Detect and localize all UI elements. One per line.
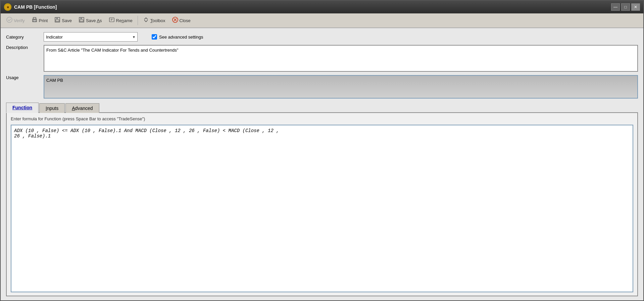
print-label: Print [39,18,48,23]
rename-icon [109,17,115,24]
toolbar: Verify Print Save Save As Rename [1,13,643,28]
title-bar-left: ★ CAM PB [Function] [4,3,57,11]
category-select-wrapper: Indicator Function Strategy ShowMe Paint… [44,32,138,42]
verify-label: Verify [14,18,25,23]
svg-rect-7 [56,17,58,19]
print-icon [32,17,38,24]
usage-label: Usage [6,75,40,80]
tab-function[interactable]: Function [6,103,39,113]
maximize-button[interactable]: □ [621,3,630,11]
description-row: Description [6,45,638,72]
toolbar-separator [138,16,138,25]
svg-rect-8 [56,20,59,21]
save-as-icon [79,17,85,24]
advanced-settings-label: See advanced settings [159,35,203,40]
save-as-button[interactable]: Save As [76,15,105,26]
rename-button[interactable]: Rename [106,15,136,26]
main-content: Category Indicator Function Strategy Sho… [1,28,643,300]
svg-rect-10 [80,17,82,19]
close-label: Close [180,18,191,23]
tab-inputs[interactable]: Inputs [39,103,65,113]
toolbox-button[interactable]: Toolbox [140,15,168,26]
window-title: CAM PB [Function] [14,4,57,10]
tabs-section: Function Inputs Advanced Enter formula f… [6,102,638,296]
verify-button[interactable]: Verify [3,15,28,26]
category-row: Category Indicator Function Strategy Sho… [6,32,638,42]
save-label: Save [62,18,72,23]
minimize-button[interactable]: — [611,3,620,11]
svg-rect-12 [109,18,114,22]
description-label: Description [6,45,40,50]
title-controls: — □ ✕ [611,3,640,11]
category-label: Category [6,35,40,40]
print-button[interactable]: Print [29,15,51,26]
category-select[interactable]: Indicator Function Strategy ShowMe Paint… [44,32,138,42]
description-textarea[interactable] [44,45,638,72]
toolbox-icon [143,17,149,24]
usage-row: Usage CAM PB [6,75,638,99]
rename-label: Rename [116,18,133,23]
close-button[interactable]: Close [169,15,194,26]
formula-hint: Enter formula for Function (press Space … [11,116,633,121]
save-as-label: Save As [86,18,102,23]
svg-rect-11 [80,20,83,21]
verify-icon [6,17,12,24]
toolbox-label: Toolbox [150,18,165,23]
advanced-settings-checkbox[interactable] [152,34,157,40]
svg-text:★: ★ [6,5,10,9]
close-icon [172,17,178,24]
svg-rect-5 [33,20,36,21]
window-close-button[interactable]: ✕ [631,3,640,11]
save-button[interactable]: Save [51,15,75,26]
advanced-settings-row: See advanced settings [152,34,203,40]
tab-content-function: Enter formula for Function (press Space … [6,112,638,296]
usage-box: CAM PB [44,75,638,99]
app-icon: ★ [4,3,11,11]
formula-editor[interactable] [11,125,633,292]
tab-advanced[interactable]: Advanced [65,103,99,113]
main-window: ★ CAM PB [Function] — □ ✕ Verify Print [0,0,644,301]
tabs-bar: Function Inputs Advanced [6,102,638,113]
title-bar: ★ CAM PB [Function] — □ ✕ [1,1,643,13]
usage-value: CAM PB [46,78,63,83]
svg-point-2 [7,17,12,22]
save-icon [54,17,60,24]
